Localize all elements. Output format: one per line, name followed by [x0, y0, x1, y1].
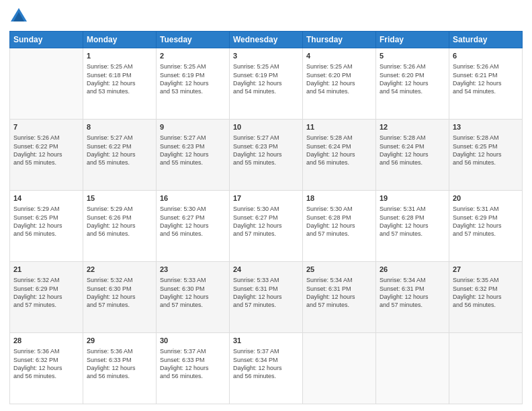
day-number: 11 — [306, 122, 372, 132]
calendar-cell: 2Sunrise: 5:25 AMSunset: 6:19 PMDaylight… — [157, 48, 230, 120]
day-number: 16 — [160, 193, 226, 203]
calendar-cell: 21Sunrise: 5:32 AMSunset: 6:29 PMDayligh… — [10, 262, 83, 333]
day-number: 20 — [453, 193, 519, 203]
weekday-header: Tuesday — [157, 32, 230, 48]
calendar-cell: 10Sunrise: 5:27 AMSunset: 6:23 PMDayligh… — [230, 120, 303, 191]
page: SundayMondayTuesdayWednesdayThursdayFrid… — [0, 0, 532, 411]
day-info: Sunrise: 5:31 AMSunset: 6:28 PMDaylight:… — [380, 205, 445, 238]
day-info: Sunrise: 5:36 AMSunset: 6:32 PMDaylight:… — [13, 347, 79, 380]
calendar-cell: 27Sunrise: 5:35 AMSunset: 6:32 PMDayligh… — [449, 262, 523, 333]
day-info: Sunrise: 5:27 AMSunset: 6:22 PMDaylight:… — [87, 134, 152, 167]
calendar-cell: 19Sunrise: 5:31 AMSunset: 6:28 PMDayligh… — [376, 191, 449, 262]
day-number: 7 — [13, 122, 79, 132]
calendar-cell: 12Sunrise: 5:28 AMSunset: 6:24 PMDayligh… — [376, 120, 449, 191]
calendar-cell — [376, 333, 449, 404]
calendar-cell: 18Sunrise: 5:30 AMSunset: 6:28 PMDayligh… — [303, 191, 376, 262]
calendar-cell: 17Sunrise: 5:30 AMSunset: 6:27 PMDayligh… — [230, 191, 303, 262]
day-number: 13 — [453, 122, 519, 132]
day-info: Sunrise: 5:29 AMSunset: 6:26 PMDaylight:… — [87, 205, 152, 238]
calendar-cell: 11Sunrise: 5:28 AMSunset: 6:24 PMDayligh… — [303, 120, 376, 191]
day-info: Sunrise: 5:30 AMSunset: 6:28 PMDaylight:… — [306, 205, 372, 238]
calendar-cell: 25Sunrise: 5:34 AMSunset: 6:31 PMDayligh… — [303, 262, 376, 333]
calendar-cell: 23Sunrise: 5:33 AMSunset: 6:30 PMDayligh… — [157, 262, 230, 333]
day-info: Sunrise: 5:25 AMSunset: 6:18 PMDaylight:… — [87, 62, 152, 95]
day-number: 22 — [87, 265, 152, 275]
calendar-table: SundayMondayTuesdayWednesdayThursdayFrid… — [9, 31, 523, 404]
day-number: 27 — [453, 265, 519, 275]
day-number: 14 — [13, 193, 79, 203]
day-info: Sunrise: 5:32 AMSunset: 6:29 PMDaylight:… — [13, 276, 79, 309]
day-info: Sunrise: 5:25 AMSunset: 6:19 PMDaylight:… — [233, 62, 299, 95]
logo-icon — [9, 7, 28, 26]
calendar-cell: 31Sunrise: 5:37 AMSunset: 6:34 PMDayligh… — [230, 333, 303, 404]
weekday-header: Thursday — [303, 32, 376, 48]
day-number: 10 — [233, 122, 299, 132]
day-info: Sunrise: 5:27 AMSunset: 6:23 PMDaylight:… — [160, 134, 226, 167]
calendar-cell: 20Sunrise: 5:31 AMSunset: 6:29 PMDayligh… — [449, 191, 523, 262]
calendar-cell: 9Sunrise: 5:27 AMSunset: 6:23 PMDaylight… — [157, 120, 230, 191]
day-number: 3 — [233, 51, 299, 61]
day-number: 25 — [306, 265, 372, 275]
day-number: 23 — [160, 265, 226, 275]
calendar-cell: 8Sunrise: 5:27 AMSunset: 6:22 PMDaylight… — [83, 120, 157, 191]
day-number: 17 — [233, 193, 299, 203]
day-number: 21 — [13, 265, 79, 275]
day-info: Sunrise: 5:28 AMSunset: 6:25 PMDaylight:… — [453, 134, 519, 167]
day-info: Sunrise: 5:26 AMSunset: 6:20 PMDaylight:… — [380, 62, 445, 95]
day-info: Sunrise: 5:33 AMSunset: 6:30 PMDaylight:… — [160, 276, 226, 309]
day-info: Sunrise: 5:28 AMSunset: 6:24 PMDaylight:… — [306, 134, 372, 167]
header — [9, 7, 523, 26]
weekday-header: Wednesday — [230, 32, 303, 48]
calendar-cell: 16Sunrise: 5:30 AMSunset: 6:27 PMDayligh… — [157, 191, 230, 262]
calendar-cell: 14Sunrise: 5:29 AMSunset: 6:25 PMDayligh… — [10, 191, 83, 262]
day-info: Sunrise: 5:27 AMSunset: 6:23 PMDaylight:… — [233, 134, 299, 167]
day-number: 24 — [233, 265, 299, 275]
calendar-cell — [10, 48, 83, 120]
calendar-cell: 3Sunrise: 5:25 AMSunset: 6:19 PMDaylight… — [230, 48, 303, 120]
weekday-header: Saturday — [449, 32, 523, 48]
day-info: Sunrise: 5:26 AMSunset: 6:22 PMDaylight:… — [13, 134, 79, 167]
day-info: Sunrise: 5:37 AMSunset: 6:34 PMDaylight:… — [233, 347, 299, 380]
logo — [9, 7, 31, 26]
day-info: Sunrise: 5:36 AMSunset: 6:33 PMDaylight:… — [87, 347, 152, 380]
day-info: Sunrise: 5:34 AMSunset: 6:31 PMDaylight:… — [306, 276, 372, 309]
calendar-cell: 22Sunrise: 5:32 AMSunset: 6:30 PMDayligh… — [83, 262, 157, 333]
calendar-cell: 15Sunrise: 5:29 AMSunset: 6:26 PMDayligh… — [83, 191, 157, 262]
calendar-cell: 6Sunrise: 5:26 AMSunset: 6:21 PMDaylight… — [449, 48, 523, 120]
calendar-cell: 24Sunrise: 5:33 AMSunset: 6:31 PMDayligh… — [230, 262, 303, 333]
day-number: 1 — [87, 51, 152, 61]
day-info: Sunrise: 5:35 AMSunset: 6:32 PMDaylight:… — [453, 276, 519, 309]
day-number: 28 — [13, 336, 79, 346]
calendar-cell: 28Sunrise: 5:36 AMSunset: 6:32 PMDayligh… — [10, 333, 83, 404]
weekday-header: Friday — [376, 32, 449, 48]
day-number: 8 — [87, 122, 152, 132]
weekday-header: Monday — [83, 32, 157, 48]
calendar-cell: 7Sunrise: 5:26 AMSunset: 6:22 PMDaylight… — [10, 120, 83, 191]
day-info: Sunrise: 5:32 AMSunset: 6:30 PMDaylight:… — [87, 276, 152, 309]
calendar-cell: 1Sunrise: 5:25 AMSunset: 6:18 PMDaylight… — [83, 48, 157, 120]
calendar-cell: 4Sunrise: 5:25 AMSunset: 6:20 PMDaylight… — [303, 48, 376, 120]
calendar-cell — [303, 333, 376, 404]
day-info: Sunrise: 5:25 AMSunset: 6:19 PMDaylight:… — [160, 62, 226, 95]
day-info: Sunrise: 5:37 AMSunset: 6:33 PMDaylight:… — [160, 347, 226, 380]
day-number: 5 — [380, 51, 445, 61]
day-number: 29 — [87, 336, 152, 346]
day-number: 30 — [160, 336, 226, 346]
calendar-cell: 13Sunrise: 5:28 AMSunset: 6:25 PMDayligh… — [449, 120, 523, 191]
day-info: Sunrise: 5:28 AMSunset: 6:24 PMDaylight:… — [380, 134, 445, 167]
day-number: 9 — [160, 122, 226, 132]
day-info: Sunrise: 5:26 AMSunset: 6:21 PMDaylight:… — [453, 62, 519, 95]
day-number: 18 — [306, 193, 372, 203]
calendar-cell: 29Sunrise: 5:36 AMSunset: 6:33 PMDayligh… — [83, 333, 157, 404]
day-number: 12 — [380, 122, 445, 132]
day-number: 31 — [233, 336, 299, 346]
calendar-cell: 5Sunrise: 5:26 AMSunset: 6:20 PMDaylight… — [376, 48, 449, 120]
day-number: 4 — [306, 51, 372, 61]
calendar-cell: 30Sunrise: 5:37 AMSunset: 6:33 PMDayligh… — [157, 333, 230, 404]
calendar-cell — [449, 333, 523, 404]
calendar-cell: 26Sunrise: 5:34 AMSunset: 6:31 PMDayligh… — [376, 262, 449, 333]
day-info: Sunrise: 5:25 AMSunset: 6:20 PMDaylight:… — [306, 62, 372, 95]
day-number: 15 — [87, 193, 152, 203]
day-info: Sunrise: 5:31 AMSunset: 6:29 PMDaylight:… — [453, 205, 519, 238]
day-info: Sunrise: 5:30 AMSunset: 6:27 PMDaylight:… — [233, 205, 299, 238]
